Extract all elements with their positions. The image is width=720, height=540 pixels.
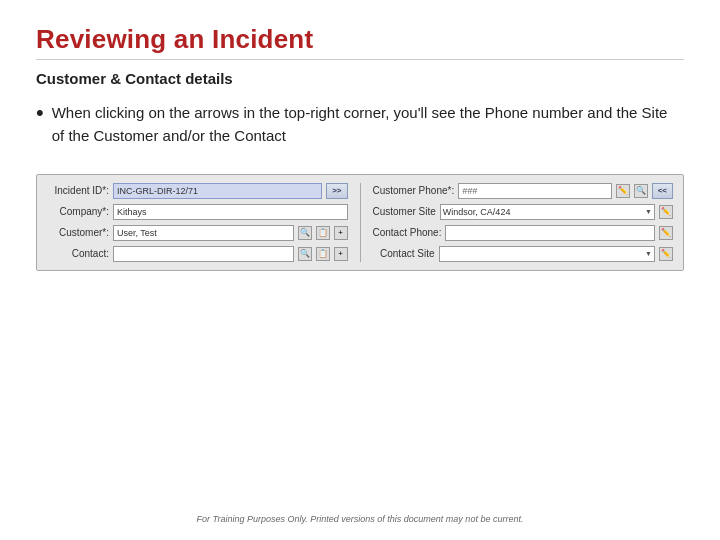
company-label: Company*: [47, 206, 109, 217]
bullet-item: • When clicking on the arrows in the top… [36, 101, 684, 148]
customer-site-select[interactable]: Windsor, CA/424 ▼ [440, 204, 655, 220]
form-screenshot: Incident ID*: INC-GRL-DIR-12/71 >> Compa… [36, 174, 684, 271]
page-title: Reviewing an Incident [36, 24, 684, 55]
view-icon[interactable]: 📋 [316, 226, 330, 240]
contact-label: Contact: [47, 248, 109, 259]
contact-input[interactable] [113, 246, 294, 262]
incident-id-label: Incident ID*: [47, 185, 109, 196]
incident-id-value: INC-GRL-DIR-12/71 [117, 186, 198, 196]
section-subtitle: Customer & Contact details [36, 70, 684, 87]
search-icon[interactable]: 🔍 [298, 226, 312, 240]
customer-label: Customer*: [47, 227, 109, 238]
contact-phone-label: Contact Phone: [373, 227, 442, 238]
contact-phone-input[interactable] [445, 225, 655, 241]
bullet-text: When clicking on the arrows in the top-r… [52, 101, 684, 148]
phone-edit-icon[interactable]: ✏️ [616, 184, 630, 198]
contact-view-icon[interactable]: 📋 [316, 247, 330, 261]
add-icon[interactable]: + [334, 226, 348, 240]
customer-phone-row: Customer Phone*: ### ✏️ 🔍 << [373, 183, 674, 199]
contact-site-label: Contact Site [373, 248, 435, 259]
dropdown-arrow: ▼ [645, 208, 652, 215]
incident-id-input[interactable]: INC-GRL-DIR-12/71 [113, 183, 322, 199]
page-container: Reviewing an Incident Customer & Contact… [0, 0, 720, 540]
company-input[interactable]: Kithays [113, 204, 348, 220]
bullet-dot: • [36, 101, 44, 125]
contact-site-row: Contact Site ▼ ✏️ [373, 246, 674, 262]
title-divider [36, 59, 684, 60]
form-left-panel: Incident ID*: INC-GRL-DIR-12/71 >> Compa… [47, 183, 348, 262]
incident-id-row: Incident ID*: INC-GRL-DIR-12/71 >> [47, 183, 348, 199]
bullet-section: • When clicking on the arrows in the top… [36, 101, 684, 148]
customer-site-row: Customer Site Windsor, CA/424 ▼ ✏️ [373, 204, 674, 220]
contact-site-dropdown-arrow: ▼ [645, 250, 652, 257]
company-row: Company*: Kithays [47, 204, 348, 220]
contact-add-icon[interactable]: + [334, 247, 348, 261]
form-right-panel: Customer Phone*: ### ✏️ 🔍 << Customer Si… [373, 183, 674, 262]
contact-phone-row: Contact Phone: ✏️ [373, 225, 674, 241]
customer-phone-label: Customer Phone*: [373, 185, 455, 196]
customer-input[interactable]: User, Test [113, 225, 294, 241]
footer-text: For Training Purposes Only. Printed vers… [36, 508, 684, 524]
back-arrows-button[interactable]: << [652, 183, 673, 199]
contact-phone-edit-icon[interactable]: ✏️ [659, 226, 673, 240]
customer-phone-value: ### [462, 186, 477, 196]
customer-site-edit-icon[interactable]: ✏️ [659, 205, 673, 219]
arrows-button[interactable]: >> [326, 183, 347, 199]
customer-site-label: Customer Site [373, 206, 436, 217]
phone-search-icon[interactable]: 🔍 [634, 184, 648, 198]
contact-row: Contact: 🔍 📋 + [47, 246, 348, 262]
contact-site-select[interactable]: ▼ [439, 246, 656, 262]
contact-site-edit-icon[interactable]: ✏️ [659, 247, 673, 261]
customer-row: Customer*: User, Test 🔍 📋 + [47, 225, 348, 241]
company-value: Kithays [117, 207, 147, 217]
contact-search-icon[interactable]: 🔍 [298, 247, 312, 261]
panel-divider [360, 183, 361, 262]
customer-value: User, Test [117, 228, 157, 238]
customer-phone-input[interactable]: ### [458, 183, 611, 199]
customer-site-value: Windsor, CA/424 [443, 207, 511, 217]
